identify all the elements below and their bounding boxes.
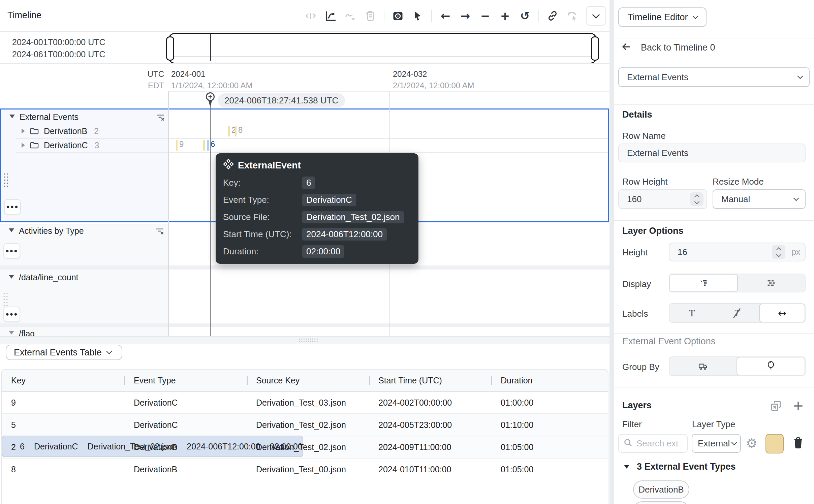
track-title[interactable]: External Events (20, 112, 79, 122)
track-more-button[interactable]: ●●● (3, 307, 20, 322)
tooltip-title: ExternalEvent (238, 160, 301, 171)
layer-height-input[interactable]: 16 px (669, 243, 806, 261)
event-tick-selected[interactable] (207, 140, 209, 151)
brush-handle-left[interactable] (166, 36, 174, 61)
tooltip-field-value: Derivation_Test_02.json (302, 211, 404, 223)
tooltip-field: Event Type:DerivationC (223, 193, 410, 206)
column-header-Key[interactable]: Key (2, 370, 124, 391)
event-tick-normal[interactable] (228, 126, 230, 136)
overview-brush[interactable] (168, 33, 597, 64)
back-button[interactable]: Back to Timeline 0 (621, 39, 715, 56)
time-cursor-line[interactable] (210, 105, 211, 336)
tooltip-field-value: 02:00:00 (302, 245, 344, 258)
table-cell: Derivation_Test_00.json (247, 459, 369, 480)
row-height-input[interactable]: 160 (618, 189, 707, 209)
column-divider[interactable] (491, 376, 492, 385)
event-tick-normal[interactable] (176, 140, 178, 151)
track-row-DerivationB[interactable]: DerivationB2 (1, 124, 168, 138)
zoom-out-icon[interactable]: − (479, 9, 492, 22)
zoom-in-icon[interactable]: + (499, 9, 511, 22)
column-divider[interactable] (124, 376, 125, 385)
group-by-source-option[interactable] (669, 357, 737, 375)
tooltip-field: Source File:Derivation_Test_02.json (223, 211, 410, 223)
resize-mode-select[interactable]: Manual (713, 189, 806, 209)
copy-remove-icon[interactable] (770, 400, 782, 414)
column-header-Source Key[interactable]: Source Key (247, 370, 369, 391)
code-split-icon[interactable] (304, 9, 317, 22)
table-cell: DerivationB (124, 436, 247, 458)
expand-icon[interactable] (22, 129, 25, 133)
table-row[interactable]: 8DerivationBDerivation_Test_00.json2024-… (2, 458, 608, 480)
track-more-button[interactable]: ●●● (4, 199, 21, 215)
filter-clear-icon[interactable] (155, 113, 166, 123)
chevron-down-icon (692, 13, 698, 19)
event-tick-normal[interactable] (203, 140, 205, 151)
group-by-label: Group By (622, 362, 659, 372)
track-title[interactable]: Activities by Type (19, 226, 84, 236)
group-by-type-option[interactable] (737, 357, 805, 376)
column-header-Duration[interactable]: Duration (491, 370, 608, 391)
track-gap[interactable] (0, 265, 609, 270)
column-divider[interactable] (369, 376, 370, 385)
row-name-input[interactable]: External Events (618, 144, 806, 162)
stepper-control[interactable] (690, 192, 703, 206)
display-collapsed-option[interactable] (669, 274, 738, 292)
link-icon[interactable] (546, 9, 559, 22)
time-cursor-pin[interactable] (204, 92, 216, 109)
table-view-selector[interactable]: External Events Table (6, 345, 122, 360)
splitter-drag-handle[interactable] (299, 338, 318, 342)
labels-text-option[interactable]: T (669, 304, 714, 322)
track-title[interactable]: /data/line_count (19, 273, 79, 282)
event-type-chip-DerivationC[interactable]: DerivationC (633, 501, 689, 504)
row-selector[interactable]: External Events (618, 67, 810, 87)
arrow-left-icon[interactable]: ← (439, 9, 452, 22)
stepper-control[interactable] (772, 245, 785, 259)
back-button-label: Back to Timeline 0 (641, 42, 715, 53)
table-row[interactable]: 9DerivationCDerivation_Test_03.json2024-… (2, 392, 608, 413)
pointer-icon[interactable] (411, 9, 424, 22)
column-header-Event Type[interactable]: Event Type (124, 370, 247, 391)
layer-type-select[interactable]: External (692, 434, 741, 453)
editor-mode-selector[interactable]: Timeline Editor (618, 7, 707, 27)
table-row[interactable]: 5DerivationCDerivation_Test_02.json2024-… (2, 413, 608, 436)
brush-handle-right[interactable] (591, 36, 599, 61)
delete-layer-trash-icon[interactable] (792, 436, 805, 451)
layer-color-swatch[interactable] (765, 434, 784, 453)
labels-fit-option[interactable]: ↔ (759, 304, 805, 322)
layer-settings-gear-icon[interactable]: ⚙ (746, 436, 757, 451)
event-type-chip-DerivationB[interactable]: DerivationB (633, 480, 689, 499)
add-layer-icon[interactable] (792, 400, 805, 414)
column-divider[interactable] (247, 376, 248, 385)
event-types-group-toggle[interactable]: 3 External Event Types (624, 462, 736, 472)
expand-icon[interactable] (22, 143, 25, 148)
column-header-Start Time (UTC)[interactable]: Start Time (UTC) (369, 370, 491, 391)
display-expanded-option[interactable] (738, 274, 805, 292)
track-row-DerivationC[interactable]: DerivationC3 (1, 138, 168, 152)
panel-divider[interactable] (609, 0, 614, 504)
track-drag-handle[interactable] (3, 172, 9, 188)
diamonds-icon (223, 159, 234, 172)
panel-splitter[interactable] (0, 336, 609, 344)
undo-icon[interactable]: ↺ (519, 9, 531, 22)
table-row[interactable]: 2DerivationBDerivation_Test_02.json2024-… (2, 436, 608, 458)
event-tick-normal[interactable] (235, 126, 237, 136)
track-flag: /flag (0, 327, 609, 336)
more-dropdown-icon[interactable] (586, 6, 606, 26)
signature-icon[interactable] (344, 9, 357, 22)
labels-text-off-option[interactable]: T (714, 304, 759, 322)
track-gap[interactable] (0, 323, 609, 327)
chart-curve-icon[interactable] (324, 9, 337, 22)
arrow-right-icon[interactable]: → (459, 9, 472, 22)
tooltip-field-label: Start Time (UTC): (223, 229, 302, 240)
track-title[interactable]: /flag (19, 329, 35, 336)
table-cell: 9 (2, 392, 124, 413)
chevron-down-icon (731, 440, 737, 445)
overview-end-label: 2024-061T00:00:00 UTC (12, 50, 105, 59)
link-pointer-icon[interactable] (566, 9, 579, 22)
track-more-button[interactable]: ●●● (3, 243, 20, 259)
clipboard-icon[interactable] (364, 9, 377, 22)
track-drag-handle[interactable] (3, 292, 8, 307)
filter-clear-icon[interactable] (154, 226, 165, 237)
layer-filter-input[interactable]: Search ext (618, 434, 688, 453)
snapshot-icon[interactable] (392, 9, 404, 22)
